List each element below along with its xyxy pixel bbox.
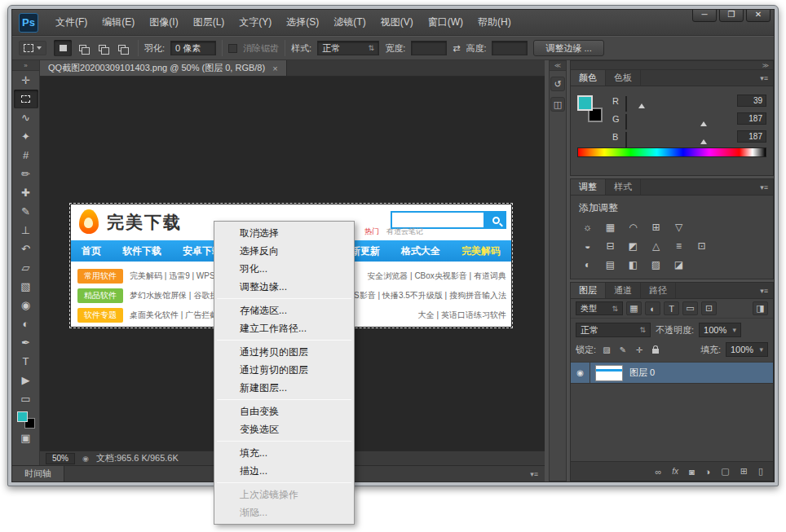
filter-type-layers-icon[interactable]: T — [664, 301, 679, 315]
red-value-field[interactable]: 39 — [737, 95, 766, 107]
menu-window[interactable]: 窗口(W) — [421, 12, 470, 33]
blur-tool[interactable]: ◉ — [14, 296, 38, 314]
gradient-map-icon[interactable]: ▨ — [646, 257, 666, 273]
eyedropper-tool[interactable]: ✏ — [14, 165, 38, 183]
menu-filter[interactable]: 滤镜(T) — [326, 12, 373, 33]
new-adjustment-layer-icon[interactable]: ◑ — [705, 467, 711, 477]
blue-slider[interactable] — [625, 133, 732, 141]
minimize-button[interactable]: ─ — [692, 9, 717, 22]
filter-toggle-icon[interactable]: ◨ — [753, 301, 768, 315]
timeline-menu-icon[interactable]: ▾≡ — [530, 470, 538, 478]
red-slider-handle[interactable] — [638, 103, 645, 108]
tab-channels[interactable]: 通道 — [606, 283, 641, 298]
tab-layers[interactable]: 图层 — [571, 283, 606, 298]
maximize-button[interactable]: ❐ — [719, 9, 744, 22]
menu-item-new-layer[interactable]: 新建图层... — [215, 379, 353, 397]
filter-smart-objects-icon[interactable]: ⊡ — [701, 301, 717, 315]
selective-color-icon[interactable]: ◪ — [669, 257, 689, 273]
toolbar-collapse-button[interactable]: » — [12, 60, 39, 71]
properties-panel-icon[interactable]: ◫ — [550, 97, 565, 112]
filter-adjustment-layers-icon[interactable]: ◐ — [645, 301, 660, 315]
history-brush-tool[interactable]: ↶ — [14, 240, 38, 258]
add-layer-mask-icon[interactable]: ◙ — [689, 467, 695, 477]
collapse-panels-button[interactable]: ≫ — [762, 62, 769, 69]
blue-slider-track[interactable] — [625, 132, 627, 147]
blend-mode-dropdown[interactable]: 正常 ⇅ — [576, 323, 651, 337]
opacity-dropdown[interactable]: 100% ▾ — [699, 323, 741, 337]
menu-view[interactable]: 视图(V) — [373, 12, 421, 33]
panel-menu-icon[interactable]: ▾≡ — [760, 183, 768, 191]
swap-dimensions-icon[interactable]: ⇄ — [453, 43, 460, 54]
new-layer-icon[interactable]: ⊞ — [740, 466, 748, 477]
close-button[interactable]: ✕ — [746, 9, 771, 22]
document-tab[interactable]: QQ截图20200309101403.png @ 50% (图层 0, RGB/… — [40, 60, 287, 76]
green-slider[interactable] — [625, 115, 732, 123]
menu-item-feather[interactable]: 羽化... — [215, 260, 353, 278]
lock-all-icon[interactable] — [650, 344, 661, 355]
curves-icon[interactable]: ◠ — [623, 219, 643, 235]
new-group-icon[interactable]: ▢ — [721, 466, 729, 477]
move-tool[interactable]: ✛ — [14, 71, 38, 90]
visibility-eye-icon[interactable]: ◉ — [571, 363, 590, 383]
menu-item-layer-via-cut[interactable]: 通过剪切的图层 — [215, 361, 353, 379]
path-selection-tool[interactable]: ▶ — [14, 371, 38, 389]
color-lookup-icon[interactable]: ⊡ — [691, 238, 712, 254]
feather-input[interactable]: 0 像素 — [170, 41, 216, 55]
panel-menu-icon[interactable]: ▾≡ — [760, 287, 768, 295]
lasso-tool[interactable]: ∿ — [14, 108, 38, 127]
width-input[interactable] — [411, 41, 447, 55]
exposure-icon[interactable]: ⊞ — [646, 219, 666, 235]
zoom-level-field[interactable]: 50% — [46, 453, 75, 464]
clone-stamp-tool[interactable]: ⊥ — [14, 221, 38, 240]
delete-layer-icon[interactable]: ▯ — [758, 466, 763, 477]
filter-type-dropdown[interactable]: 类型 ⇅ — [576, 301, 623, 315]
red-slider-track[interactable] — [625, 96, 627, 112]
intersect-selection-button[interactable] — [113, 40, 130, 56]
foreground-color-swatch[interactable] — [577, 95, 593, 111]
lock-pixels-icon[interactable]: ✎ — [617, 344, 629, 355]
vibrance-icon[interactable]: ▽ — [669, 219, 689, 235]
hue-saturation-icon[interactable]: ◒ — [577, 238, 598, 254]
blue-slider-handle[interactable] — [700, 139, 707, 144]
gradient-tool[interactable]: ▧ — [14, 277, 38, 296]
status-info-icon[interactable]: ◉ — [82, 455, 89, 463]
menu-type[interactable]: 文字(Y) — [232, 12, 279, 33]
menu-item-select-inverse[interactable]: 选择反向 — [215, 242, 353, 260]
height-input[interactable] — [492, 41, 528, 55]
expand-dock-button[interactable]: ≪ — [550, 61, 566, 71]
menu-item-free-transform[interactable]: 自由变换 — [215, 402, 353, 420]
refine-edge-button[interactable]: 调整边缘 ... — [533, 40, 603, 56]
shape-tool[interactable]: ▭ — [14, 389, 38, 408]
brightness-contrast-icon[interactable]: ☼ — [577, 219, 598, 235]
menu-item-layer-via-copy[interactable]: 通过拷贝的图层 — [215, 343, 353, 361]
tab-styles[interactable]: 样式 — [606, 179, 641, 195]
menu-layer[interactable]: 图层(L) — [186, 12, 232, 33]
threshold-icon[interactable]: ◧ — [623, 257, 643, 273]
foreground-color-swatch[interactable] — [17, 411, 28, 422]
menu-file[interactable]: 文件(F) — [48, 12, 95, 33]
green-slider-handle[interactable] — [700, 121, 707, 126]
quick-mask-button[interactable]: ▣ — [14, 429, 38, 447]
menu-item-make-work-path[interactable]: 建立工作路径... — [215, 319, 353, 337]
fill-dropdown[interactable]: 100% ▾ — [726, 342, 768, 357]
subtract-from-selection-button[interactable] — [93, 40, 111, 56]
levels-icon[interactable]: ▦ — [600, 219, 620, 235]
layer-name[interactable]: 图层 0 — [629, 367, 655, 379]
blue-value-field[interactable]: 187 — [737, 130, 766, 143]
invert-icon[interactable]: ◐ — [577, 257, 598, 273]
menu-image[interactable]: 图像(I) — [142, 12, 185, 33]
rectangular-marquee-tool[interactable] — [14, 90, 38, 108]
brush-tool[interactable]: ✎ — [14, 202, 38, 221]
layer-row[interactable]: ◉ 图层 0 — [571, 363, 773, 384]
tab-close-icon[interactable]: × — [272, 64, 277, 73]
quick-selection-tool[interactable]: ✦ — [14, 127, 38, 146]
color-balance-icon[interactable]: ⊟ — [600, 238, 620, 254]
lock-position-icon[interactable]: ✛ — [634, 344, 645, 355]
antialias-checkbox[interactable] — [228, 44, 237, 53]
healing-brush-tool[interactable]: ✚ — [14, 183, 38, 202]
color-spectrum-ramp[interactable] — [577, 147, 766, 157]
menu-item-stroke[interactable]: 描边... — [215, 462, 353, 480]
menu-select[interactable]: 选择(S) — [279, 12, 326, 33]
filter-shape-layers-icon[interactable]: ▭ — [682, 301, 698, 315]
tab-swatches[interactable]: 色板 — [606, 70, 641, 86]
